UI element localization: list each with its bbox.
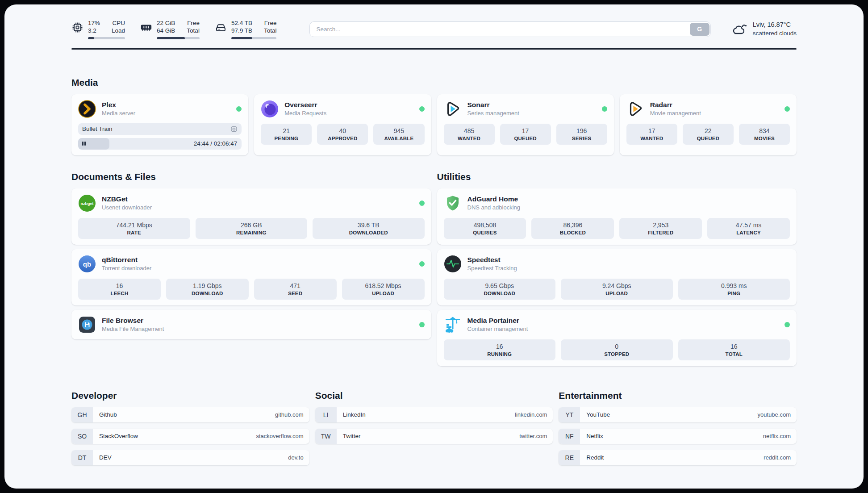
weather-widget[interactable]: Lviv, 16.87°C scattered clouds <box>730 21 797 38</box>
stat-label: UPLOAD <box>344 290 423 297</box>
filebrowser-name: File Browser <box>102 316 164 325</box>
bookmark-dev[interactable]: DT DEV dev.to <box>71 450 309 465</box>
stat-value: 0 <box>563 343 671 351</box>
bookmark-url: github.com <box>275 411 304 418</box>
bookmark-linkedin[interactable]: LI LinkedIn linkedin.com <box>315 407 553 422</box>
bookmark-abbr: SO <box>71 429 93 444</box>
stat-value: 471 <box>256 282 335 290</box>
qbittorrent-status-dot <box>419 261 425 267</box>
portainer-stat-stopped: 0 STOPPED <box>561 339 673 360</box>
cpu-progress-bar <box>88 37 125 39</box>
sonarr-stat-wanted: 485 WANTED <box>444 124 495 145</box>
bookmark-name: YouTube <box>586 411 610 418</box>
stat-value: 47.57 ms <box>709 221 788 229</box>
sonarr-app-link[interactable]: Sonarr Series management <box>444 100 607 118</box>
section-documents: Documents & Files nzbget NZBGet Usenet d… <box>71 171 431 366</box>
portainer-name: Media Portainer <box>467 316 528 325</box>
bookmark-youtube[interactable]: YT YouTube youtube.com <box>559 407 797 422</box>
radarr-stat-wanted: 17 WANTED <box>626 124 677 145</box>
disk-progress-fill <box>231 37 252 39</box>
stat-label: LEECH <box>80 290 159 297</box>
stat-value: 17 <box>502 127 549 135</box>
stat-value: 834 <box>741 127 788 135</box>
memory-widget: 22 GiB 64 GiB Free Total <box>140 19 200 39</box>
section-utilities: Utilities <box>437 171 797 366</box>
stat-value: 86,396 <box>533 221 612 229</box>
radarr-app-link[interactable]: Radarr Movie management <box>626 100 790 118</box>
stat-value: 266 GB <box>197 221 306 229</box>
bookmark-group-developer: Developer GH Github github.com SO StackO… <box>71 390 309 465</box>
qbittorrent-icon: qb <box>78 255 96 273</box>
bookmark-netflix[interactable]: NF Netflix netflix.com <box>559 429 797 444</box>
disk-value-1: 52.4 TB <box>231 19 252 27</box>
speedtest-stat-ping: 0.993 ms PING <box>678 279 790 300</box>
qbittorrent-app-link[interactable]: qb qBittorrent Torrent downloader <box>78 255 425 273</box>
sonarr-status-dot <box>602 106 607 112</box>
sonarr-icon <box>444 100 462 118</box>
stat-value: 9.65 Gbps <box>446 282 554 290</box>
svg-text:qb: qb <box>83 260 91 267</box>
disk-icon <box>215 21 227 33</box>
search-input[interactable] <box>309 21 710 37</box>
overseerr-status-dot <box>419 106 425 112</box>
bookmark-name: Netflix <box>586 433 603 439</box>
adguard-stat-blocked: 86,396 BLOCKED <box>531 218 614 239</box>
bookmark-name: Twitter <box>343 433 361 439</box>
section-title-developer: Developer <box>71 390 309 401</box>
stat-label: QUEUED <box>684 135 732 142</box>
section-title-documents: Documents & Files <box>71 171 431 182</box>
stat-value: 9.24 Gbps <box>563 282 671 290</box>
weather-location-temp: Lviv, 16.87°C <box>753 21 797 29</box>
speedtest-stat-upload: 9.24 Gbps UPLOAD <box>561 279 673 300</box>
top-bar: 17% 3.2 CPU Load <box>71 17 797 41</box>
bookmark-abbr: YT <box>559 407 580 422</box>
stat-value: 618.52 Mbps <box>344 282 423 290</box>
plex-name: Plex <box>102 100 135 109</box>
stat-value: 39.6 TB <box>314 221 423 229</box>
radarr-stat-queued: 22 QUEUED <box>683 124 734 145</box>
bookmark-reddit[interactable]: RE Reddit reddit.com <box>559 450 797 465</box>
plex-status-dot <box>236 106 242 112</box>
adguard-stat-latency: 47.57 ms LATENCY <box>707 218 790 239</box>
stat-label: DOWNLOADED <box>314 230 423 236</box>
search-provider-button[interactable]: G <box>690 23 709 36</box>
qbittorrent-desc: Torrent downloader <box>102 264 151 272</box>
nzbget-desc: Usenet downloader <box>102 204 152 211</box>
qbittorrent-stat-seed: 471 SEED <box>254 279 337 300</box>
session-view-icon[interactable] <box>230 125 238 133</box>
memory-value-2: 64 GiB <box>157 27 175 34</box>
bookmark-github[interactable]: GH Github github.com <box>71 407 309 422</box>
bookmark-abbr: GH <box>71 407 93 422</box>
cloud-icon <box>730 22 747 36</box>
plex-playback-fill <box>78 138 109 150</box>
adguard-stat-queries: 498,508 QUERIES <box>444 218 526 239</box>
bookmark-group-entertainment: Entertainment YT YouTube youtube.com NF … <box>559 390 797 465</box>
pause-icon[interactable] <box>82 142 86 146</box>
bookmark-stackoverflow[interactable]: SO StackOverflow stackoverflow.com <box>71 429 309 444</box>
plex-app-link[interactable]: Plex Media server <box>78 100 242 118</box>
stat-value: 945 <box>375 127 422 135</box>
bookmark-twitter[interactable]: TW Twitter twitter.com <box>315 429 553 444</box>
overseerr-app-link[interactable]: Overseerr Media Requests <box>261 100 424 118</box>
bookmark-name: Reddit <box>586 454 604 461</box>
speedtest-app-link[interactable]: Speedtest Speedtest Tracking <box>444 255 790 273</box>
portainer-app-link[interactable]: Media Portainer Container management <box>444 316 790 334</box>
cpu-label-1: CPU <box>112 19 125 27</box>
adguard-app-link[interactable]: AdGuard Home DNS and adblocking <box>444 194 790 212</box>
cpu-icon <box>71 21 83 33</box>
card-adguard: AdGuard Home DNS and adblocking 498,508 … <box>437 188 797 245</box>
sonarr-stat-series: 196 SERIES <box>556 124 607 145</box>
card-sonarr: Sonarr Series management 485 WANTED 17 Q… <box>437 94 614 155</box>
overseerr-name: Overseerr <box>284 100 326 109</box>
cpu-widget: 17% 3.2 CPU Load <box>71 19 125 39</box>
stat-label: QUERIES <box>446 230 525 236</box>
plex-now-playing-title: Bullet Train <box>82 125 113 132</box>
stat-label: RUNNING <box>446 351 554 358</box>
bookmark-url: dev.to <box>288 454 303 461</box>
stat-label: FILTERED <box>621 230 700 236</box>
portainer-stat-running: 16 RUNNING <box>444 339 556 360</box>
section-media: Media Plex Media server <box>71 77 797 155</box>
filebrowser-app-link[interactable]: File Browser Media File Management <box>78 316 425 334</box>
bookmark-name: DEV <box>99 454 112 461</box>
nzbget-app-link[interactable]: nzbget NZBGet Usenet downloader <box>78 194 425 212</box>
